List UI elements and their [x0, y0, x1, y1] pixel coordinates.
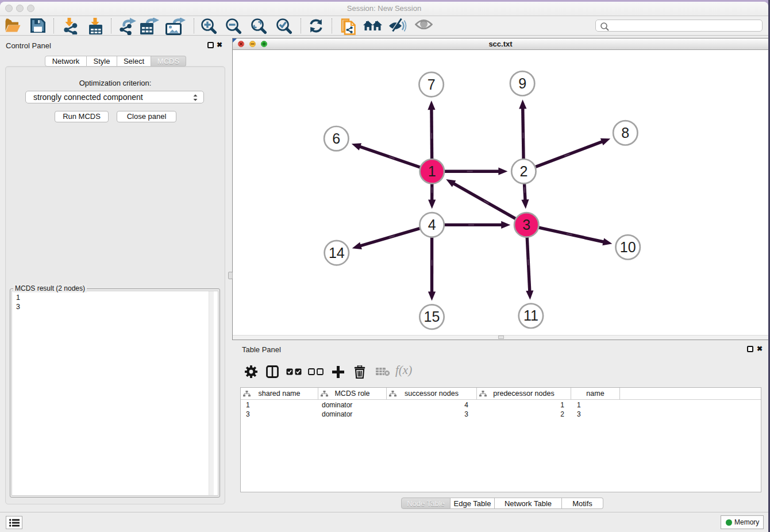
svg-text:3: 3 [522, 217, 530, 233]
svg-text:10: 10 [620, 239, 636, 255]
svg-text:1: 1 [428, 163, 436, 179]
svg-text:11: 11 [523, 307, 538, 323]
svg-text:4: 4 [428, 217, 436, 233]
svg-text:14: 14 [329, 245, 345, 261]
svg-text:2: 2 [519, 163, 528, 179]
svg-text:7: 7 [428, 76, 436, 92]
svg-text:15: 15 [424, 309, 440, 325]
svg-text:6: 6 [332, 130, 340, 147]
svg-text:8: 8 [621, 125, 629, 141]
svg-text:9: 9 [518, 75, 526, 91]
